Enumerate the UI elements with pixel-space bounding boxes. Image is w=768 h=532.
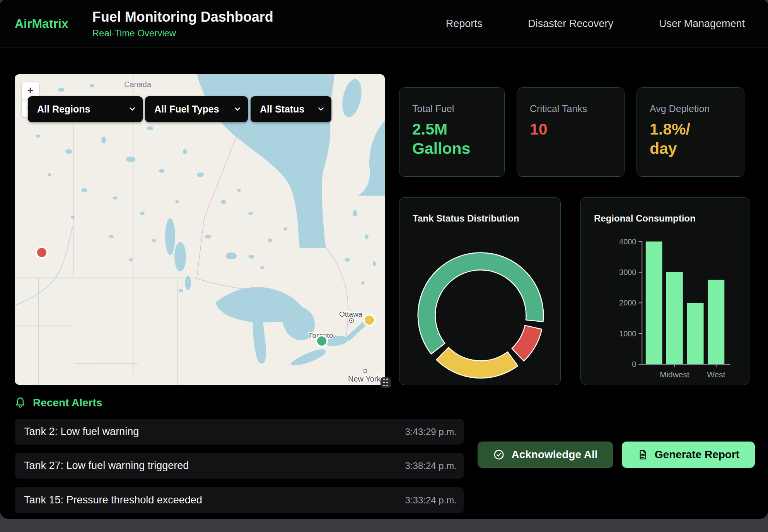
- alert-timestamp: 3:38:24 p.m.: [405, 460, 457, 471]
- bar-northeast: [646, 242, 662, 365]
- stat-label: Critical Tanks: [530, 103, 587, 114]
- nav-disaster-recovery[interactable]: Disaster Recovery: [528, 18, 613, 30]
- stat-card-avg-depletion: Avg Depletion 1.8%/day: [637, 87, 744, 177]
- bar-west: [708, 280, 724, 364]
- window-bottom-bar: [0, 519, 768, 532]
- ottawa-city-icon-dot: [351, 320, 352, 321]
- regional-consumption-bar-chart: 01000200030004000MidwestWest: [581, 198, 749, 385]
- y-tick-label: 4000: [619, 237, 636, 246]
- nav-user-management[interactable]: User Management: [659, 18, 745, 30]
- alert-message: Tank 27: Low fuel warning triggered: [24, 460, 189, 472]
- y-tick-label: 0: [632, 360, 636, 368]
- map-label-ottawa: Ottawa: [339, 310, 363, 318]
- alert-row[interactable]: Tank 2: Low fuel warning 3:43:29 p.m.: [15, 419, 464, 445]
- donut-segment-warning: [436, 348, 518, 378]
- nav-reports[interactable]: Reports: [446, 18, 483, 30]
- stat-label: Avg Depletion: [650, 103, 710, 114]
- header: AirMatrix Fuel Monitoring Dashboard Real…: [0, 0, 768, 48]
- alert-row[interactable]: Tank 27: Low fuel warning triggered 3:38…: [15, 453, 464, 479]
- tank-marker-warning[interactable]: [364, 315, 375, 326]
- generate-report-label: Generate Report: [655, 448, 739, 461]
- tank-marker-normal[interactable]: [316, 336, 327, 346]
- tank-status-donut-chart: [399, 198, 560, 385]
- stat-value: 2.5MGallons: [412, 119, 470, 158]
- bell-icon: [15, 397, 26, 409]
- alert-message: Tank 2: Low fuel warning: [24, 426, 139, 438]
- chevron-down-icon: [130, 107, 135, 111]
- alert-message: Tank 15: Pressure threshold exceeded: [24, 494, 202, 506]
- map-resize-handle[interactable]: [381, 377, 391, 388]
- acknowledge-all-button[interactable]: Acknowledge All: [478, 442, 613, 468]
- app-window: AirMatrix Fuel Monitoring Dashboard Real…: [0, 0, 768, 519]
- map-panel[interactable]: Canada Ottawa Toronto New York + − All R…: [15, 74, 385, 385]
- map-label-canada: Canada: [124, 80, 152, 89]
- map-lake: [174, 242, 186, 271]
- title-block: Fuel Monitoring Dashboard Real-Time Over…: [92, 9, 273, 39]
- map-lake: [165, 218, 175, 255]
- alerts-header: Recent Alerts: [15, 397, 102, 409]
- fuel-type-filter-value: All Fuel Types: [154, 104, 219, 115]
- file-text-icon: [637, 449, 648, 460]
- region-filter-dropdown[interactable]: All Regions: [28, 96, 143, 122]
- stat-value: 1.8%/day: [650, 119, 690, 158]
- alerts-title: Recent Alerts: [33, 397, 102, 409]
- acknowledge-all-label: Acknowledge All: [511, 448, 597, 461]
- chevron-down-icon: [235, 107, 240, 111]
- status-filter-value: All Status: [260, 104, 304, 115]
- y-tick-label: 3000: [619, 268, 636, 276]
- stat-card-total-fuel: Total Fuel 2.5MGallons: [399, 87, 505, 177]
- x-tick-label: West: [707, 370, 725, 379]
- check-circle-icon: [493, 449, 505, 460]
- chevron-down-icon: [318, 107, 324, 111]
- alert-row[interactable]: Tank 15: Pressure threshold exceeded 3:3…: [15, 487, 464, 513]
- y-tick-label: 2000: [619, 298, 636, 307]
- donut-segment-critical: [512, 326, 542, 361]
- regional-consumption-card: Regional Consumption 01000200030004000Mi…: [580, 197, 749, 385]
- stat-card-critical-tanks: Critical Tanks 10: [517, 87, 625, 177]
- main-nav: Reports Disaster Recovery User Managemen…: [446, 18, 745, 30]
- fuel-type-filter-dropdown[interactable]: All Fuel Types: [145, 96, 248, 122]
- tank-marker-critical[interactable]: [36, 247, 47, 258]
- x-tick-label: Midwest: [660, 370, 689, 379]
- map-label-new-york: New York: [348, 375, 381, 383]
- generate-report-button[interactable]: Generate Report: [622, 442, 755, 468]
- status-filter-dropdown[interactable]: All Status: [251, 96, 331, 122]
- new-york-city-icon: [364, 370, 367, 372]
- y-tick-label: 1000: [619, 329, 636, 338]
- alert-timestamp: 3:33:24 p.m.: [405, 495, 457, 506]
- stat-label: Total Fuel: [412, 103, 454, 114]
- tank-status-card: Tank Status Distribution: [399, 197, 561, 385]
- region-filter-value: All Regions: [37, 104, 90, 115]
- bar-midwest: [666, 272, 683, 364]
- alert-timestamp: 3:43:29 p.m.: [405, 426, 457, 437]
- stat-value: 10: [530, 119, 548, 139]
- app-logo: AirMatrix: [15, 17, 68, 31]
- page-subtitle: Real-Time Overview: [92, 28, 273, 39]
- page-title: Fuel Monitoring Dashboard: [92, 9, 273, 25]
- bar-south: [687, 303, 704, 364]
